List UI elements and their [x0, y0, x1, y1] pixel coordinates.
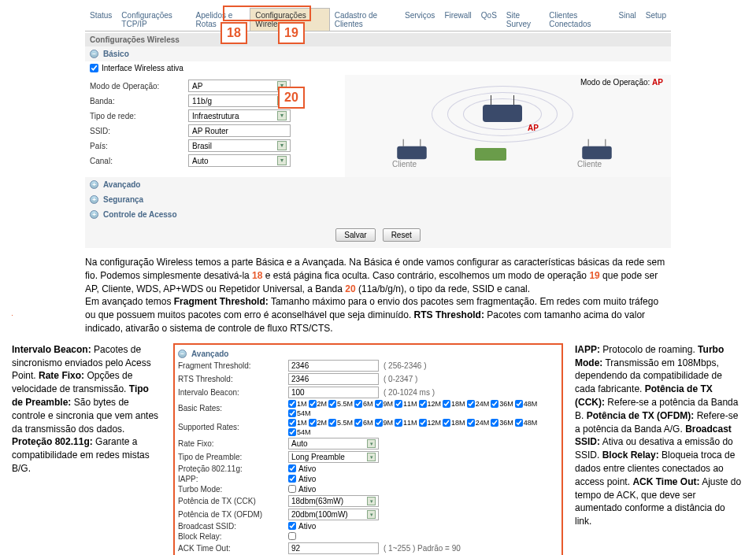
- chevron-down-icon: ▾: [367, 510, 376, 519]
- wifi-card-icon: [475, 148, 506, 161]
- preamble-select[interactable]: Long Preamble▾: [288, 451, 379, 463]
- section-title: Configurações Wireless: [85, 33, 671, 46]
- tab-sinal[interactable]: Sinal: [614, 8, 641, 31]
- tab-status[interactable]: Status: [85, 8, 117, 31]
- cck-select[interactable]: 18dbm(63mW)▾: [288, 495, 379, 507]
- callout-20: 20: [278, 87, 305, 109]
- pais-select[interactable]: Brasil▾: [188, 139, 291, 152]
- tab-setup[interactable]: Setup: [641, 8, 671, 31]
- tab-conectados[interactable]: Clientes Conectados: [544, 8, 613, 31]
- ssid-label: SSID:: [90, 127, 188, 135]
- tab-clientes[interactable]: Cadastro de Clientes: [330, 8, 400, 31]
- rate-checkbox[interactable]: 5.5M: [328, 400, 353, 408]
- seguranca-header[interactable]: + Segurança: [85, 192, 671, 207]
- chevron-down-icon: ▾: [367, 497, 376, 505]
- main-paragraph: Na configuração Wireless temos a parte B…: [85, 256, 671, 335]
- rate-checkbox[interactable]: 11M: [395, 400, 417, 408]
- ssid-input[interactable]: AP Router: [188, 124, 291, 137]
- callout-18: 18: [220, 22, 247, 44]
- rate-checkbox[interactable]: 24M: [467, 419, 490, 427]
- rate-checkbox[interactable]: 9M: [375, 400, 394, 408]
- chevron-down-icon: ▾: [277, 141, 287, 150]
- tipo-select[interactable]: Infraestrutura▾: [188, 109, 291, 122]
- rate-checkbox[interactable]: 11M: [395, 419, 417, 427]
- collapse-icon: −: [178, 350, 187, 358]
- wireless-active-checkbox[interactable]: [90, 64, 98, 72]
- expand-icon: +: [90, 195, 98, 204]
- rate-checkbox[interactable]: 54M: [288, 428, 311, 436]
- tab-firewall[interactable]: Firewall: [439, 8, 476, 31]
- expand-icon: +: [90, 210, 98, 219]
- tab-servicos[interactable]: Serviços: [400, 8, 439, 31]
- canal-select[interactable]: Auto▾: [188, 154, 291, 167]
- advanced-panel: − Avançado Fragment Threshold:2346( 256-…: [173, 343, 563, 555]
- rate-checkbox[interactable]: 2M: [309, 400, 328, 408]
- rate-checkbox[interactable]: 48M: [515, 400, 538, 408]
- bssid-checkbox[interactable]: Ativo: [288, 522, 316, 531]
- rate-checkbox[interactable]: 1M: [288, 419, 307, 427]
- left-description: Intervalo Beacon: Pacotes de sincronismo…: [12, 343, 161, 555]
- network-diagram: Modo de Operação: AP AP Cliente Cliente: [345, 75, 671, 177]
- banda-label: Banda:: [90, 97, 188, 105]
- rate-checkbox[interactable]: 36M: [491, 419, 513, 427]
- beacon-input[interactable]: 100: [288, 387, 379, 398]
- chevron-down-icon: ▾: [367, 453, 376, 461]
- chevron-down-icon: ▾: [367, 439, 376, 448]
- chevron-down-icon: ▾: [277, 111, 287, 120]
- rate-checkbox[interactable]: 24M: [467, 400, 490, 408]
- rate-checkbox[interactable]: 6M: [354, 400, 373, 408]
- iapp-checkbox[interactable]: Ativo: [288, 475, 316, 483]
- turbo-checkbox[interactable]: Ativo: [288, 485, 316, 494]
- rate-checkbox[interactable]: 5.5M: [328, 419, 353, 427]
- rts-input[interactable]: 2346: [288, 373, 379, 385]
- modo-select[interactable]: AP▾: [188, 80, 291, 92]
- expand-icon: +: [90, 180, 98, 189]
- tab-qos[interactable]: QoS: [476, 8, 502, 31]
- rate-checkbox[interactable]: 18M: [443, 419, 465, 427]
- banda-select[interactable]: 11b/g▾: [188, 94, 291, 107]
- rate-checkbox[interactable]: 54M: [288, 409, 311, 417]
- controle-header[interactable]: + Controle de Acesso: [85, 207, 671, 222]
- save-button[interactable]: Salvar: [335, 228, 375, 242]
- callout-19: 19: [278, 22, 305, 44]
- rate-checkbox[interactable]: 2M: [309, 419, 328, 427]
- basic-header[interactable]: − Básico: [85, 46, 671, 61]
- modo-label: Modo de Operação:: [90, 82, 188, 91]
- ack-input[interactable]: 92: [288, 542, 379, 554]
- basic-rates-checks[interactable]: 1M2M5.5M6M9M11M12M18M24M36M48M54M: [288, 400, 558, 417]
- rate-fixo-select[interactable]: Auto▾: [288, 438, 379, 450]
- block-checkbox[interactable]: [288, 532, 296, 540]
- pais-label: País:: [90, 142, 188, 150]
- tab-survey[interactable]: Site Survey: [502, 8, 544, 31]
- ofdm-select[interactable]: 20dbm(100mW)▾: [288, 509, 379, 520]
- tab-tcpip[interactable]: Configurações TCP/IP: [117, 8, 191, 31]
- reset-button[interactable]: Reset: [383, 228, 421, 242]
- supported-rates-checks[interactable]: 1M2M5.5M6M9M11M12M18M24M36M48M54M: [288, 419, 558, 436]
- rate-checkbox[interactable]: 18M: [443, 400, 465, 408]
- rate-checkbox[interactable]: 36M: [491, 400, 513, 408]
- router-icon: [397, 146, 427, 160]
- connector-line: [12, 315, 13, 316]
- tab-bar: Status Configurações TCP/IP Apelidos e R…: [85, 8, 671, 31]
- rate-checkbox[interactable]: 12M: [419, 400, 442, 408]
- rate-checkbox[interactable]: 12M: [419, 419, 442, 427]
- avancado-header[interactable]: + Avançado: [85, 177, 671, 192]
- router-icon: [582, 146, 612, 160]
- rate-checkbox[interactable]: 48M: [515, 419, 538, 427]
- rate-checkbox[interactable]: 6M: [354, 419, 373, 427]
- protecao-checkbox[interactable]: Ativo: [288, 464, 316, 473]
- rate-checkbox[interactable]: 9M: [375, 419, 394, 427]
- fragment-input[interactable]: 2346: [288, 360, 379, 372]
- right-description: IAPP: Protocolo de roaming. Turbo Mode: …: [575, 343, 744, 555]
- collapse-icon: −: [90, 50, 98, 58]
- wireless-active-label: Interface Wireless ativa: [102, 64, 183, 72]
- router-icon: [483, 105, 522, 122]
- rate-checkbox[interactable]: 1M: [288, 400, 307, 408]
- tipo-label: Tipo de rede:: [90, 112, 188, 120]
- canal-label: Canal:: [90, 157, 188, 165]
- chevron-down-icon: ▾: [277, 156, 287, 165]
